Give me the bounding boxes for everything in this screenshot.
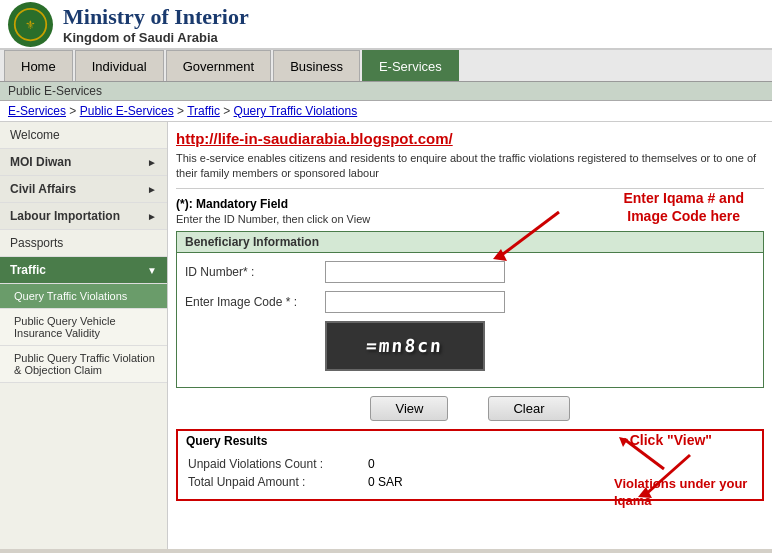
unpaid-amount-label: Total Unpaid Amount : xyxy=(188,475,368,489)
form-buttons: View Clear xyxy=(176,396,764,421)
sidebar-item-welcome[interactable]: Welcome xyxy=(0,122,167,149)
sidebar-item-moi-diwan[interactable]: MOI Diwan ► xyxy=(0,149,167,176)
tab-home[interactable]: Home xyxy=(4,50,73,81)
page-header: ⚜ Ministry of Interior Kingdom of Saudi … xyxy=(0,0,772,50)
beneficiary-form: Beneficiary Information ID Number* : Ent… xyxy=(176,231,764,388)
violations-count-value: 0 xyxy=(368,457,375,471)
breadcrumb-traffic[interactable]: Traffic xyxy=(187,104,220,118)
ministry-logo: ⚜ xyxy=(8,2,53,47)
click-view-annotation: Click "View" xyxy=(630,432,712,500)
page-layout: Welcome MOI Diwan ► Civil Affairs ► Labo… xyxy=(0,122,772,549)
blog-link[interactable]: http://life-in-saudiarabia.blogspot.com/ xyxy=(176,130,764,147)
svg-text:⚜: ⚜ xyxy=(25,17,36,31)
clear-button[interactable]: Clear xyxy=(488,396,569,421)
header-text: Ministry of Interior Kingdom of Saudi Ar… xyxy=(63,4,249,45)
chevron-down-icon: ▼ xyxy=(147,265,157,276)
sub-header-label: Public E-Services xyxy=(8,84,102,98)
breadcrumb: E-Services > Public E-Services > Traffic… xyxy=(0,101,772,122)
breadcrumb-query[interactable]: Query Traffic Violations xyxy=(234,104,358,118)
unpaid-amount-value: 0 SAR xyxy=(368,475,403,489)
service-description: This e-service enables citizens and resi… xyxy=(176,151,764,189)
iqama-arrow xyxy=(479,207,579,270)
chevron-right-icon: ► xyxy=(147,157,157,168)
sidebar-item-query-violations[interactable]: Query Traffic Violations xyxy=(0,284,167,309)
sidebar: Welcome MOI Diwan ► Civil Affairs ► Labo… xyxy=(0,122,168,549)
sidebar-item-traffic[interactable]: Traffic ▼ xyxy=(0,257,167,284)
id-number-input[interactable] xyxy=(325,261,505,283)
id-number-label: ID Number* : xyxy=(185,265,325,279)
breadcrumb-eservices[interactable]: E-Services xyxy=(8,104,66,118)
kingdom-subtitle: Kingdom of Saudi Arabia xyxy=(63,30,249,45)
tab-business[interactable]: Business xyxy=(273,50,360,81)
breadcrumb-public[interactable]: Public E-Services xyxy=(80,104,174,118)
captcha-text: =mn8cn xyxy=(366,335,445,356)
sidebar-item-violation-objection[interactable]: Public Query Traffic Violation & Objecti… xyxy=(0,346,167,383)
sidebar-item-vehicle-insurance[interactable]: Public Query Vehicle Insurance Validity xyxy=(0,309,167,346)
main-content: http://life-in-saudiarabia.blogspot.com/… xyxy=(168,122,772,549)
tab-government[interactable]: Government xyxy=(166,50,272,81)
image-code-input[interactable] xyxy=(325,291,505,313)
chevron-right-icon: ► xyxy=(147,184,157,195)
svg-line-4 xyxy=(645,455,690,495)
tab-eservices[interactable]: E-Services xyxy=(362,50,459,81)
sidebar-item-civil-affairs[interactable]: Civil Affairs ► xyxy=(0,176,167,203)
sub-header: Public E-Services xyxy=(0,82,772,101)
svg-line-2 xyxy=(499,212,559,257)
sidebar-item-labour[interactable]: Labour Importation ► xyxy=(0,203,167,230)
chevron-right-icon: ► xyxy=(147,211,157,222)
ministry-title: Ministry of Interior xyxy=(63,4,249,30)
tab-individual[interactable]: Individual xyxy=(75,50,164,81)
form-section-title: Beneficiary Information xyxy=(177,232,763,253)
view-button[interactable]: View xyxy=(370,396,448,421)
id-number-row: ID Number* : xyxy=(185,261,755,283)
violations-count-label: Unpaid Violations Count : xyxy=(188,457,368,471)
iqama-annotation: Enter Iqama # andImage Code here xyxy=(623,189,744,225)
captcha-row: =mn8cn xyxy=(185,321,755,371)
image-code-label: Enter Image Code * : xyxy=(185,295,325,309)
image-code-row: Enter Image Code * : xyxy=(185,291,755,313)
captcha-image: =mn8cn xyxy=(325,321,485,371)
main-nav: Home Individual Government Business E-Se… xyxy=(0,50,772,82)
form-body: ID Number* : Enter Image Code * : =mn8cn xyxy=(177,253,763,387)
sidebar-item-passports[interactable]: Passports xyxy=(0,230,167,257)
